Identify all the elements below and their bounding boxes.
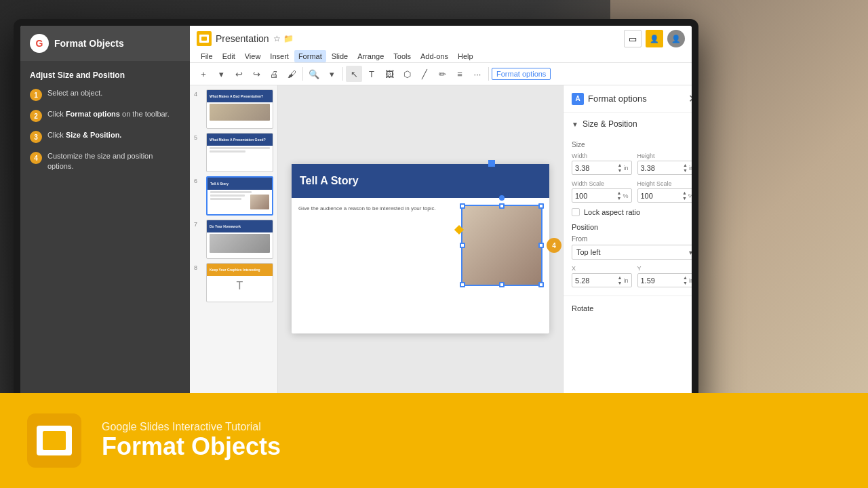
handle-ml[interactable]: [460, 243, 465, 248]
height-label: Height: [637, 152, 692, 159]
step-text-3: Click Size & Position.: [47, 130, 121, 140]
width-scale-input[interactable]: 100 ▲ ▼ %: [572, 188, 632, 203]
slide-thumb-8[interactable]: 8 Keep Your Graphics Interesting T: [194, 263, 273, 302]
slides-brand-icon-inner: [37, 426, 72, 455]
add-dropdown[interactable]: ▾: [213, 66, 229, 82]
zoom-button[interactable]: 🔍: [306, 66, 322, 82]
slide-thumb-4[interactable]: 4 What Makes A Bad Presentation?: [194, 89, 273, 129]
width-stepper[interactable]: ▲ ▼: [618, 163, 623, 173]
slide-thumb-6[interactable]: 6 Tell A Story: [194, 176, 273, 216]
menu-insert[interactable]: Insert: [266, 50, 293, 62]
width-input[interactable]: 3.38 ▲ ▼ in: [572, 161, 632, 175]
rotate-section: Rotate: [564, 296, 692, 319]
avatar[interactable]: 👤: [667, 30, 685, 47]
from-select-value: Top left: [576, 248, 600, 256]
width-scale-stepper[interactable]: ▲ ▼: [617, 190, 622, 201]
height-up[interactable]: ▲: [683, 163, 688, 167]
handle-mr[interactable]: [538, 243, 544, 248]
user-icon[interactable]: 👤: [646, 30, 663, 47]
paint-format-button[interactable]: 🖌: [283, 66, 300, 82]
add-button[interactable]: +: [195, 66, 212, 82]
height-scale-down[interactable]: ▼: [682, 196, 687, 201]
tutorial-title: Format Objects: [54, 38, 124, 49]
menu-view[interactable]: View: [241, 50, 265, 62]
redo-button[interactable]: ↪: [248, 66, 264, 82]
section-title: Size & Position: [583, 119, 637, 129]
step-number-1: 1: [30, 89, 42, 101]
close-button[interactable]: ✕: [688, 92, 692, 105]
width-value: 3.38: [575, 164, 616, 172]
folder-icon[interactable]: 📁: [283, 34, 294, 43]
handle-tr[interactable]: [538, 203, 544, 209]
format-options-button[interactable]: Format options: [492, 68, 551, 80]
line-tool[interactable]: ╱: [416, 66, 433, 82]
menu-addons[interactable]: Add-ons: [416, 50, 452, 62]
doc-icons: ☆ 📁: [273, 34, 294, 43]
handle-bm[interactable]: [499, 282, 505, 287]
print-button[interactable]: 🖨: [266, 66, 282, 82]
from-select[interactable]: Top left ▾: [572, 245, 692, 260]
bottom-text: Google Slides Interactive Tutorial Forma…: [102, 421, 281, 460]
thumb-image-4: [210, 104, 270, 121]
height-scale-input[interactable]: 100 ▲ ▼ %: [637, 188, 692, 203]
slide-thumb-5[interactable]: 5 What Makes A Presentation Good?: [194, 133, 273, 172]
handle-br[interactable]: [538, 282, 544, 287]
x-input[interactable]: 5.28 ▲ ▼ in: [572, 273, 632, 287]
slides-app-icon: [197, 31, 212, 46]
y-input[interactable]: 1.59 ▲ ▼ in: [637, 273, 692, 287]
document-title[interactable]: Presentation: [216, 33, 269, 44]
y-label: Y: [637, 265, 692, 272]
image-tool[interactable]: 🖼: [381, 66, 397, 82]
height-down[interactable]: ▼: [683, 168, 688, 173]
x-down[interactable]: ▼: [618, 281, 623, 285]
pen-tool[interactable]: ✏: [434, 66, 450, 82]
shape-tool[interactable]: ⬡: [399, 66, 415, 82]
star-icon[interactable]: ☆: [273, 34, 281, 43]
x-stepper[interactable]: ▲ ▼: [618, 275, 623, 285]
step-text-2: Click Format options on the toolbar.: [47, 109, 170, 119]
position-section-label: Position: [572, 223, 692, 231]
menu-format[interactable]: Format: [294, 50, 326, 62]
menu-edit[interactable]: Edit: [218, 50, 239, 62]
slide-header-bar: Tell A Story: [292, 164, 549, 198]
y-unit: in: [689, 277, 692, 284]
height-stepper[interactable]: ▲ ▼: [683, 163, 688, 173]
menu-help[interactable]: Help: [454, 50, 477, 62]
height-scale-up[interactable]: ▲: [682, 190, 687, 195]
height-scale-stepper[interactable]: ▲ ▼: [682, 190, 687, 201]
section-header[interactable]: ▼ Size & Position: [564, 113, 692, 136]
handle-tm[interactable]: [499, 203, 505, 209]
wordart-tool[interactable]: ≡: [452, 66, 468, 82]
handle-bl[interactable]: [460, 282, 465, 287]
width-scale-down[interactable]: ▼: [617, 196, 622, 201]
width-up[interactable]: ▲: [618, 163, 623, 167]
lock-aspect-checkbox[interactable]: [572, 208, 580, 216]
from-label: From: [572, 235, 692, 243]
menu-file[interactable]: File: [197, 50, 217, 62]
text-tool[interactable]: T: [363, 66, 380, 82]
more-tool[interactable]: ···: [469, 66, 486, 82]
y-down[interactable]: ▼: [683, 281, 688, 285]
y-stepper[interactable]: ▲ ▼: [683, 275, 688, 285]
slide-body: Give the audience a reason to be interes…: [292, 198, 549, 333]
width-down[interactable]: ▼: [618, 168, 623, 173]
zoom-dropdown[interactable]: ▾: [323, 66, 340, 82]
select-tool[interactable]: ↖: [346, 66, 362, 82]
selected-image[interactable]: 4: [461, 205, 542, 286]
width-scale-up[interactable]: ▲: [617, 190, 622, 195]
panel-header: A Format options ✕: [564, 85, 692, 113]
menu-slide[interactable]: Slide: [328, 50, 352, 62]
undo-button[interactable]: ↩: [231, 66, 247, 82]
height-input[interactable]: 3.38 ▲ ▼ in: [637, 161, 692, 175]
menu-tools[interactable]: Tools: [389, 50, 415, 62]
x-unit: in: [623, 277, 628, 284]
y-up[interactable]: ▲: [683, 275, 688, 280]
rotate-handle[interactable]: [499, 195, 505, 201]
present-icon[interactable]: ▭: [624, 30, 642, 47]
x-up[interactable]: ▲: [618, 275, 623, 280]
height-unit: in: [689, 165, 692, 171]
slide-thumb-7[interactable]: 7 Do Your Homework: [194, 220, 273, 259]
menu-arrange[interactable]: Arrange: [353, 50, 388, 62]
handle-tl[interactable]: [460, 203, 465, 209]
width-scale-value: 100: [575, 192, 616, 200]
